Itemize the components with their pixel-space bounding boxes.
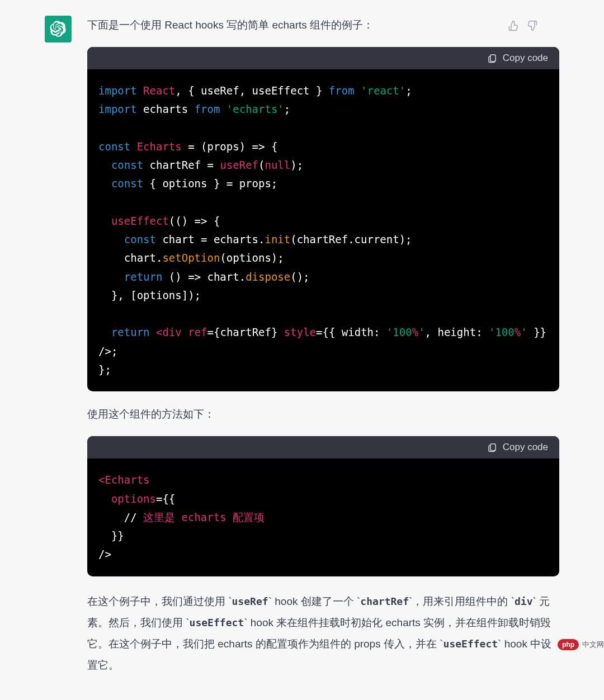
assistant-avatar (45, 16, 72, 42)
svg-rect-0 (490, 55, 496, 62)
code-block-1: Copy code import React, { useRef, useEff… (87, 47, 559, 391)
copy-label: Copy code (503, 53, 548, 64)
watermark-text: 中文网 (582, 640, 604, 650)
feedback-buttons (508, 20, 538, 31)
copy-label: Copy code (503, 442, 548, 453)
code-body-1[interactable]: import React, { useRef, useEffect } from… (87, 69, 559, 391)
clipboard-icon (487, 53, 497, 63)
message-content: 下面是一个使用 React hooks 写的简单 echarts 组件的例子： … (87, 16, 559, 676)
code-block-2: Copy code <Echarts options={{ // 这里是 ech… (87, 436, 559, 576)
watermark-badge: php (558, 639, 579, 650)
clipboard-icon (487, 442, 497, 452)
watermark: php 中文网 (558, 639, 604, 650)
code-header: Copy code (87, 436, 559, 458)
code-body-2[interactable]: <Echarts options={{ // 这里是 echarts 配置项 }… (87, 458, 559, 576)
copy-code-button[interactable]: Copy code (487, 442, 548, 453)
openai-logo-icon (50, 21, 67, 37)
assistant-message: 下面是一个使用 React hooks 写的简单 echarts 组件的例子： … (0, 0, 604, 698)
thumbs-up-icon[interactable] (508, 20, 519, 31)
intro-text: 下面是一个使用 React hooks 写的简单 echarts 组件的例子： (87, 16, 559, 35)
copy-code-button[interactable]: Copy code (487, 53, 548, 64)
svg-rect-1 (490, 444, 496, 451)
code-header: Copy code (87, 47, 559, 69)
middle-text: 使用这个组件的方法如下： (87, 405, 559, 424)
thumbs-down-icon[interactable] (527, 20, 538, 31)
outro-text: 在这个例子中，我们通过使用 `useRef` hook 创建了一个 `chart… (87, 591, 559, 676)
